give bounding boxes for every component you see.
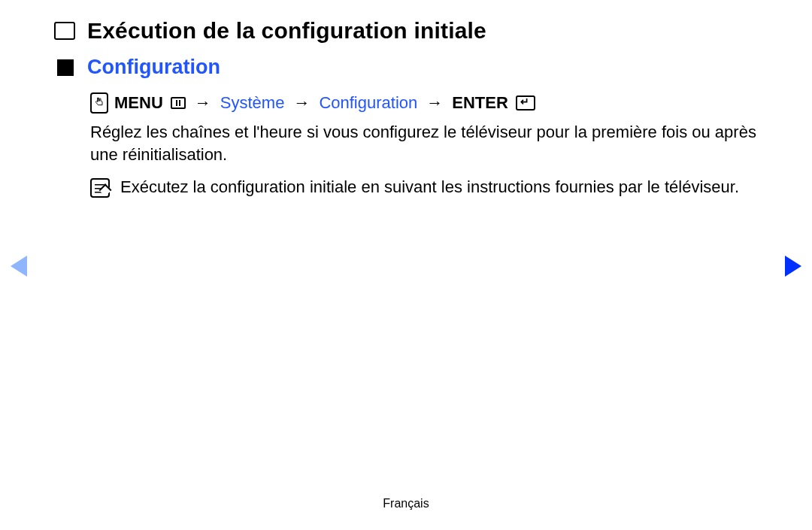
subtitle: Configuration [87, 56, 220, 79]
section-box-icon [54, 22, 75, 40]
manual-page: Exécution de la configuration initiale C… [0, 0, 812, 530]
prev-page-arrow[interactable] [11, 256, 27, 277]
body-paragraph: Réglez les chaînes et l'heure si vous co… [90, 121, 758, 165]
arrow-sep-2: → [290, 93, 313, 113]
hand-svg [93, 95, 105, 111]
remote-hand-icon [90, 92, 108, 114]
arrow-sep-1: → [192, 93, 214, 113]
title-row: Exécution de la configuration initiale [54, 18, 758, 44]
subtitle-row: Configuration [57, 56, 758, 79]
note-text: Exécutez la configuration initiale en su… [120, 176, 739, 198]
page-title: Exécution de la configuration initiale [87, 18, 486, 44]
menu-button-icon [171, 97, 186, 109]
note-row: Exécutez la configuration initiale en su… [90, 176, 758, 198]
menu-path: MENU → Système → Configuration → ENTER [90, 92, 758, 114]
path-configuration: Configuration [319, 93, 417, 113]
note-icon [90, 178, 110, 198]
next-page-arrow[interactable] [785, 256, 801, 277]
enter-label: ENTER [452, 93, 508, 113]
path-systeme: Système [220, 93, 285, 113]
arrow-sep-3: → [423, 93, 446, 113]
menu-label: MENU [114, 93, 163, 113]
square-bullet-icon [57, 59, 74, 76]
footer-language: Français [0, 497, 812, 510]
enter-button-icon [516, 95, 535, 111]
